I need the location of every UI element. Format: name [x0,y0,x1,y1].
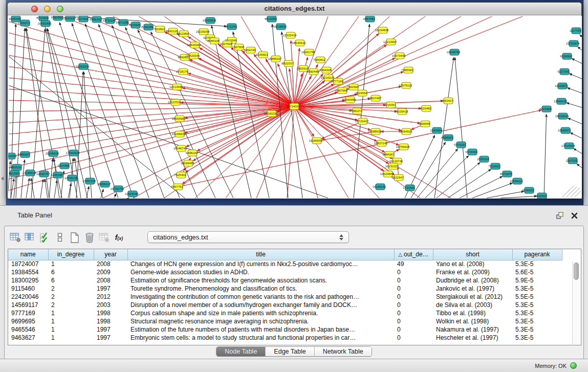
table-row[interactable]: 946554611997Estimation of the future num… [8,325,562,334]
right-panel-edge[interactable] [583,0,588,205]
table-row[interactable]: 2242004622012Investigating the contribut… [8,293,562,301]
cell-out_de: 0 [394,285,433,293]
function-builder-icon[interactable]: f(x) [112,230,126,245]
cell-pagerank: 5.3E-5 [512,334,562,342]
new-table-icon[interactable] [67,230,82,245]
graph-node-label: 7515526 [128,24,141,27]
cell-pagerank: 5.3E-5 [512,285,562,293]
graph-node-label: 2935114 [477,158,490,161]
graph-node-label: 16107534 [168,101,182,104]
cell-short: Tibbo et al. (1998) [433,309,512,317]
graph-node-label: 16053809 [203,19,216,22]
graph-node-label: 16210643 [555,115,569,118]
cell-short: de Silva et al. (2003) [433,301,512,309]
table-panel-header: Table Panel [0,206,588,225]
table-row[interactable]: 977716911998Corpus callosum shape and si… [8,309,562,317]
graph-node-label: 16961758 [301,51,315,54]
cell-pagerank: 5.3E-5 [512,317,562,325]
cell-out_de: 0 [394,276,433,285]
table-row[interactable]: 1830029562008Estimation of significance … [8,276,562,285]
graph-node-label: 8572243 [225,25,237,28]
graph-node-label: 8813054 [265,17,277,20]
table-vertical-scrollbar[interactable] [572,261,580,344]
graph-node-label: 9777169 [331,80,343,83]
cell-in_degree: 1 [48,260,94,268]
table-row[interactable]: 1938455462009Genome-wide association stu… [8,268,562,276]
close-panel-icon[interactable] [570,211,579,220]
graph-node-label: 16151327 [385,165,399,168]
graph-node-label: 12093872 [555,84,569,87]
graph-node-label: 20364486 [342,98,356,101]
row-height-icon[interactable] [52,230,67,245]
cell-year: 2008 [94,260,127,268]
graph-node-label: 8454749 [244,49,256,52]
cell-in_degree: 6 [48,276,94,285]
table-row[interactable]: 1872400712008Changes of HCN gene express… [8,260,562,268]
graph-node-label: 12213589 [169,85,183,89]
table-row[interactable]: 969969511998Structural magnetic resonanc… [8,317,562,325]
network-table-select[interactable]: citations_edges.txt [147,231,349,243]
network-table-select-value: citations_edges.txt [153,233,208,241]
graph-node-label: 12325419 [283,34,297,37]
column-header-name[interactable]: name [8,249,48,260]
tab-network-table[interactable]: Network Table [314,347,372,356]
import-table-icon[interactable] [97,230,112,245]
column-header-in_degree[interactable]: in_degree [48,249,94,260]
graph-node-label: 18654983 [172,117,186,120]
network-canvas[interactable]: 1872400718300295193845549155260240557287… [8,16,582,199]
table-row[interactable]: 1456911722003Disruption of a novel membe… [8,301,562,309]
graph-node-label: 16210225 [321,76,335,79]
graph-node-label: 8471676 [500,172,512,176]
column-header-out_de[interactable]: △out_de… [394,249,433,260]
graph-node-label: 2367608 [232,46,244,49]
window-titlebar[interactable]: citations_edges.txt [8,3,581,15]
function-label: f(x) [115,233,123,242]
graph-node-label: 15720407 [355,120,369,123]
graph-node-label: 10688609 [368,130,382,133]
network-graph[interactable]: 1872400718300295193845549155260240557287… [8,16,582,199]
tab-edge-table[interactable]: Edge Table [265,347,314,356]
canvas-resize-grip[interactable] [562,186,581,197]
cell-year: 1998 [94,317,127,325]
left-panel-edge[interactable] [0,0,6,205]
graph-node-label: 17353924 [66,151,80,155]
float-panel-icon[interactable] [555,211,564,220]
column-header-short[interactable]: short [433,249,512,260]
graph-node-label: 10025418 [395,110,408,113]
column-header-title[interactable]: title [127,249,394,260]
graph-node-label: 18654923 [399,130,412,133]
column-header-pagerank[interactable]: pagerank [512,249,562,260]
cell-in_degree: 1 [48,317,94,325]
selection-mode-icon[interactable] [37,230,52,245]
table-row[interactable]: 946362711997Embryonic stem cells: a mode… [8,334,562,342]
graph-node-label: 9884067 [382,153,395,156]
cell-title: Changes of HCN gene expression and I(f) … [127,260,394,268]
column-header-year[interactable]: year [94,249,127,260]
cell-title: Tourette syndrome. Phenomenology and cla… [127,285,394,293]
graph-node-label: 20691406 [38,22,52,25]
graph-node-label: 18300295 [264,112,278,115]
delete-table-icon[interactable] [82,230,97,245]
cell-title: Genome-wide association studies in ADHD. [127,268,394,276]
graph-node-label: 8215958 [539,107,552,111]
scrollbar-thumb[interactable] [574,262,579,280]
graph-node-label: 2718176 [176,70,188,73]
cell-short: Stergiakouli et al. (2012) [433,293,512,301]
window-title: citations_edges.txt [8,5,581,12]
panel-collapse-handle[interactable] [1,177,4,181]
cell-year: 1997 [94,285,127,293]
graph-node-label: 7485063 [401,69,413,72]
table-settings-icon[interactable] [8,230,23,245]
graph-node-label: 8938923 [441,136,453,139]
table-row[interactable]: 911546021997Tourette syndrome. Phenomeno… [8,285,562,293]
select-columns-icon[interactable] [23,230,37,245]
graph-node-label: 17957253 [82,180,96,183]
graph-node-label: 20053346 [76,65,90,68]
graph-node-label: 19756928 [396,145,410,148]
tab-node-table[interactable]: Node Table [216,347,265,356]
graph-node-label: 12942757 [36,172,50,176]
cell-name: 9463627 [8,334,48,342]
cell-short: Yano et al. (2008) [433,260,512,268]
cell-in_degree: 6 [48,268,94,276]
graph-node-label: 7625402 [174,173,186,177]
